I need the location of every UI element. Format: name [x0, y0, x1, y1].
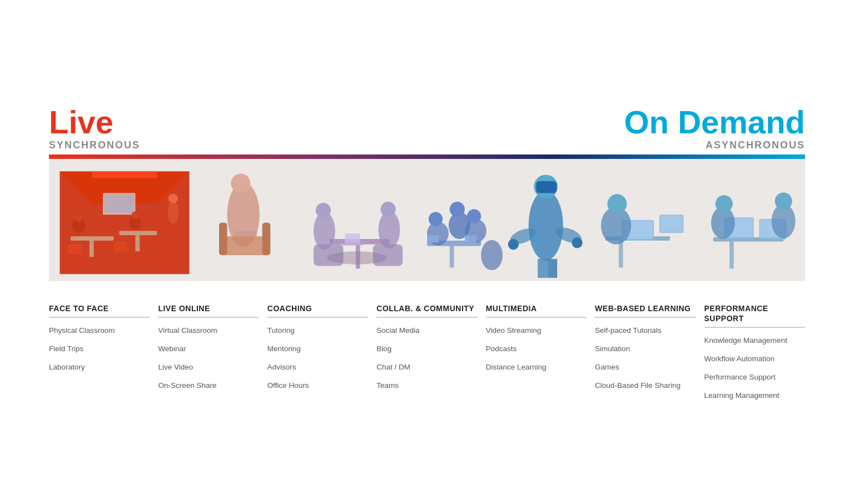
svg-rect-48 — [536, 181, 557, 193]
list-item: Knowledge Management — [704, 336, 805, 346]
list-item: Video Streaming — [486, 326, 587, 336]
svg-rect-20 — [222, 236, 268, 255]
svg-rect-36 — [450, 246, 454, 268]
column-coaching: COACHINGTutoringMentoringAdvisorsOffice … — [267, 303, 376, 409]
list-item: Games — [595, 362, 696, 373]
svg-rect-7 — [135, 235, 140, 251]
svg-point-45 — [481, 240, 503, 270]
svg-rect-23 — [235, 231, 257, 237]
svg-rect-4 — [71, 236, 114, 241]
list-item: Social Media — [376, 326, 477, 336]
svg-rect-62 — [661, 216, 683, 231]
svg-rect-16 — [68, 244, 81, 254]
column-live-online: LIVE ONLINEVirtual ClassroomWebinarLive … — [158, 303, 267, 409]
svg-rect-53 — [538, 259, 547, 278]
svg-point-46 — [529, 191, 563, 261]
svg-rect-3 — [92, 172, 157, 178]
col-header-web-based-learning: WEB-BASED LEARNING — [595, 303, 696, 318]
svg-point-70 — [716, 195, 733, 212]
svg-point-15 — [168, 193, 178, 203]
scene-illustration — [49, 159, 805, 281]
list-item: Workflow Automation — [704, 354, 805, 365]
list-item: Tutoring — [267, 326, 368, 336]
header-row: Live SYNCHRONOUS On Demand ASYNCHRONOUS — [49, 106, 805, 151]
svg-rect-44 — [465, 235, 476, 243]
demand-title: On Demand — [624, 106, 806, 138]
col-header-coaching: COACHING — [267, 303, 368, 318]
list-item: Advisors — [267, 362, 368, 373]
list-item: Distance Learning — [486, 362, 587, 373]
column-face-to-face: FACE TO FACEPhysical ClassroomField Trip… — [49, 303, 158, 409]
list-item: Webinar — [158, 344, 259, 355]
list-item: Virtual Classroom — [158, 326, 259, 336]
col-header-multimedia: MULTIMEDIA — [486, 303, 587, 318]
list-item: On-Screen Share — [158, 381, 259, 391]
svg-rect-17 — [114, 242, 127, 251]
svg-rect-21 — [219, 223, 227, 255]
list-item: Laboratory — [49, 362, 150, 373]
column-web-based-learning: WEB-BASED LEARNINGSelf-paced TutorialsSi… — [595, 303, 704, 409]
col-header-live-online: LIVE ONLINE — [158, 303, 259, 318]
list-item: Field Trips — [49, 344, 150, 355]
live-section: Live SYNCHRONOUS — [49, 106, 140, 151]
columns-row: FACE TO FACEPhysical ClassroomField Trip… — [49, 298, 805, 409]
live-title: Live — [49, 106, 140, 138]
svg-point-41 — [450, 202, 465, 217]
list-item: Performance Support — [704, 372, 805, 383]
list-item: Chat / DM — [376, 362, 477, 373]
list-item: Learning Management — [704, 391, 805, 401]
image-strip — [49, 159, 805, 281]
svg-point-52 — [572, 237, 582, 248]
svg-point-14 — [168, 200, 178, 224]
svg-rect-9 — [104, 194, 134, 213]
svg-point-13 — [132, 211, 140, 219]
list-item: Physical Classroom — [49, 326, 150, 336]
svg-rect-6 — [119, 231, 157, 235]
column-multimedia: MULTIMEDIAVideo StreamingPodcastsDistanc… — [486, 303, 595, 409]
list-item: Podcasts — [486, 344, 587, 355]
svg-point-51 — [508, 239, 519, 249]
svg-rect-33 — [345, 233, 360, 243]
svg-rect-26 — [356, 244, 360, 269]
svg-point-11 — [75, 213, 83, 222]
list-item: Mentoring — [267, 344, 368, 355]
svg-rect-64 — [729, 242, 734, 269]
demand-subtitle: ASYNCHRONOUS — [624, 139, 806, 151]
list-item: Cloud-Based File Sharing — [595, 381, 696, 391]
column-collab-community: COLLAB. & COMMUNITYSocial MediaBlogChat … — [376, 303, 485, 409]
list-item: Teams — [376, 381, 477, 391]
svg-rect-5 — [90, 241, 94, 257]
list-item: Live Video — [158, 362, 259, 373]
list-item: Office Hours — [267, 381, 368, 391]
col-header-collab-community: COLLAB. & COMMUNITY — [376, 303, 477, 318]
svg-point-29 — [316, 203, 331, 218]
col-header-face-to-face: FACE TO FACE — [49, 303, 150, 318]
list-item: Simulation — [595, 344, 696, 355]
svg-point-60 — [607, 194, 627, 213]
live-subtitle: SYNCHRONOUS — [49, 139, 140, 151]
demand-section: On Demand ASYNCHRONOUS — [624, 106, 806, 151]
column-performance-support: PERFORMANCE SUPPORTKnowledge ManagementW… — [704, 303, 805, 409]
svg-point-72 — [775, 192, 792, 209]
list-item: Self-paced Tutorials — [595, 326, 696, 336]
list-item: Blog — [376, 344, 477, 355]
svg-rect-56 — [619, 241, 623, 268]
col-header-performance-support: PERFORMANCE SUPPORT — [704, 303, 805, 328]
svg-point-32 — [380, 202, 395, 217]
svg-rect-22 — [262, 223, 271, 255]
svg-point-19 — [231, 173, 250, 193]
svg-point-42 — [467, 209, 481, 223]
gradient-bar — [49, 154, 805, 159]
svg-rect-54 — [548, 259, 557, 278]
svg-rect-43 — [427, 235, 439, 243]
svg-point-40 — [429, 212, 443, 226]
svg-rect-34 — [342, 243, 364, 246]
main-container: Live SYNCHRONOUS On Demand ASYNCHRONOUS — [38, 84, 816, 420]
